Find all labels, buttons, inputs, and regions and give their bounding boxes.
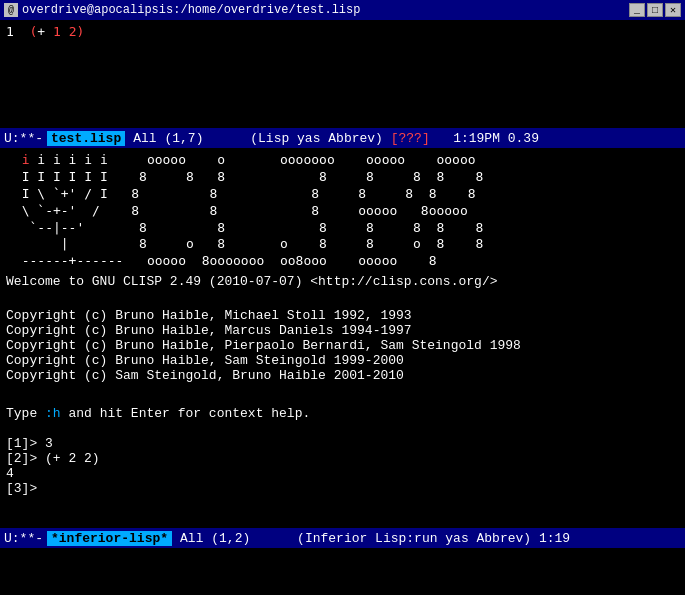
status-modified-bottom: U:**- [4,531,43,546]
repl-line-1: [1]> 3 [6,436,679,451]
close-button[interactable]: ✕ [665,3,681,17]
lisp-code-fn: + [37,24,53,39]
status-info-top: All (1,7) (Lisp yas Abbrev) [???] 1:19PM… [133,131,681,146]
status-bracket-close: ] [422,131,430,146]
status-modified-top: U:**- [4,131,43,146]
welcome-text: Welcome to GNU CLISP 2.49 (2010-07-07) <… [6,274,679,289]
status-bracket-content: ??? [399,131,422,146]
line-number: 1 [6,24,14,39]
copyright-4: Copyright (c) Sam Steingold, Bruno Haibl… [6,368,679,383]
ascii-art: i i i i i i ooooo o ooooooo ooooo ooooo … [6,152,679,270]
repl-line-2: [2]> (+ 2 2) [6,451,679,466]
help-cmd: :h [45,406,61,421]
title-bar: @ overdrive@apocalipsis:/home/overdrive/… [0,0,685,20]
repl-prompt-2: [2]> [6,451,37,466]
window-title: overdrive@apocalipsis:/home/overdrive/te… [22,3,360,17]
app-icon: @ [4,3,18,17]
lisp-code-arg1: 1 [53,24,61,39]
status-filename-bottom: *inferior-lisp* [47,531,172,546]
status-bar-bottom: U:**- *inferior-lisp* All (1,2) (Inferio… [0,528,685,548]
lisp-code-close: ) [76,24,84,39]
status-info-bottom: All (1,2) (Inferior Lisp:run yas Abbrev)… [180,531,681,546]
copyright-0: Copyright (c) Bruno Haible, Michael Stol… [6,308,679,323]
copyright-2: Copyright (c) Bruno Haible, Pierpaolo Be… [6,338,679,353]
repl-line-3: [3]> [6,481,679,496]
repl-result-2: 4 [6,466,679,481]
title-bar-left: @ overdrive@apocalipsis:/home/overdrive/… [4,3,360,17]
repl-input-2: (+ 2 2) [37,451,99,466]
repl-prompt-3: [3]> [6,481,37,496]
editor-pane: 1 (+ 1 2) [0,20,685,128]
repl-input-1: 3 [37,436,53,451]
copyright-1: Copyright (c) Bruno Haible, Marcus Danie… [6,323,679,338]
repl-pane: i i i i i i ooooo o ooooooo ooooo ooooo … [0,148,685,528]
maximize-button[interactable]: □ [647,3,663,17]
minimize-button[interactable]: _ [629,3,645,17]
editor-content: 1 (+ 1 2) [6,24,679,39]
status-bracket-open: [ [391,131,399,146]
repl-prompt-1: [1]> [6,436,37,451]
status-bar-top: U:**- test.lisp All (1,7) (Lisp yas Abbr… [0,128,685,148]
window-controls: _ □ ✕ [629,3,681,17]
copyright-3: Copyright (c) Bruno Haible, Sam Steingol… [6,353,679,368]
help-text: Type :h and hit Enter for context help. [6,406,679,421]
status-filename-top: test.lisp [47,131,125,146]
